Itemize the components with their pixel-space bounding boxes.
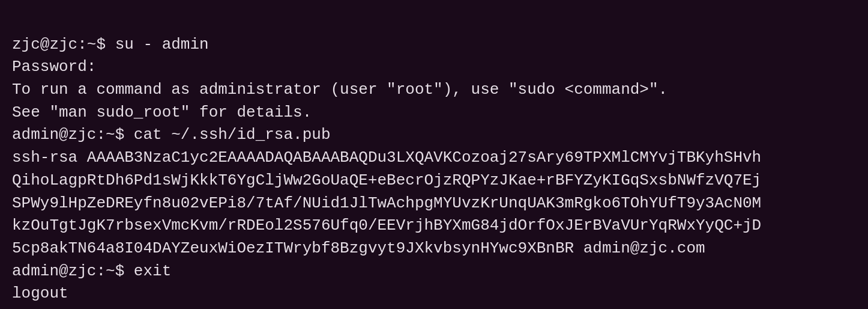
terminal-line: See "man sudo_root" for details. [12,102,856,124]
terminal-line: ssh-rsa AAAAB3NzaC1yc2EAAAADAQABAAABAQDu… [12,147,856,170]
terminal-line: zjc@zjc:~$ su - admin [12,34,856,57]
terminal-line: 5cp8akTN64a8I04DAYZeuxWiOezITWrybf8Bzgvy… [12,237,856,260]
terminal-line: zjc@zjc:~$ [12,305,856,309]
terminal-line: QihoLagpRtDh6Pd1sWjKkkT6YgCljWw2GoUaQE+e… [12,170,856,192]
terminal-line: kzOuTgtJgK7rbsexVmcKvm/rRDEol2S576Ufq0/E… [12,215,856,237]
terminal-line: admin@zjc:~$ exit [12,260,856,283]
terminal-window[interactable]: zjc@zjc:~$ su - adminPassword:To run a c… [0,0,868,309]
terminal-line: Password: [12,56,856,79]
terminal-line: logout [12,283,856,305]
terminal-line: admin@zjc:~$ cat ~/.ssh/id_rsa.pub [12,124,856,147]
terminal-line: SPWy9lHpZeDREyfn8u02vEPi8/7tAf/NUid1JlTw… [12,192,856,215]
terminal-line: To run a command as administrator (user … [12,79,856,102]
